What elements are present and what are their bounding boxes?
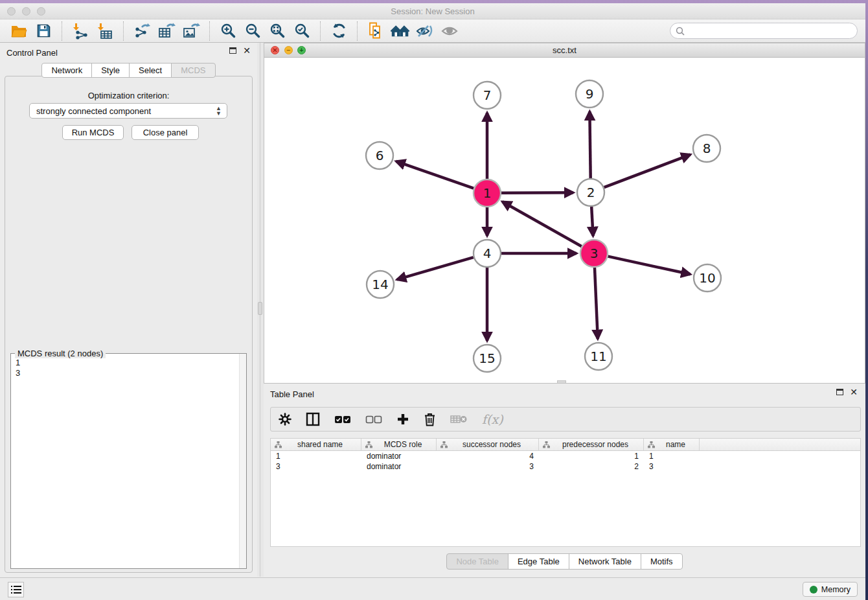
result-line: 1 <box>16 358 20 368</box>
show-all-networks-icon[interactable] <box>391 21 410 41</box>
column-header-predecessor-nodes[interactable]: predecessor nodes <box>539 439 644 450</box>
column-header-successor-nodes[interactable]: successor nodes <box>437 439 539 450</box>
node-label-4: 4 <box>483 246 492 261</box>
deselect-all-columns-icon[interactable] <box>365 415 382 424</box>
float-table-panel-icon[interactable] <box>836 389 843 395</box>
edge-3-11[interactable] <box>595 268 598 339</box>
panel-splitter[interactable] <box>257 43 264 577</box>
import-table-icon[interactable] <box>95 21 115 41</box>
edge-2-3[interactable] <box>591 207 593 236</box>
export-network-icon[interactable] <box>132 21 152 41</box>
table-row[interactable]: 1dominator411 <box>271 451 860 461</box>
node-label-8: 8 <box>703 141 711 156</box>
window-title: Session: New Session <box>0 6 865 16</box>
tab-motifs[interactable]: Motifs <box>641 553 683 570</box>
table-cell: 1 <box>271 451 361 461</box>
node-label-2: 2 <box>587 185 595 200</box>
edge-3-10[interactable] <box>608 257 690 275</box>
node-label-7: 7 <box>483 87 492 103</box>
desktop-background-strip-right <box>865 0 868 600</box>
mcds-result-list: 13 <box>16 358 20 378</box>
toolbar-separator <box>209 21 210 41</box>
table-toolbar: f(x) <box>270 407 861 432</box>
edge-2-8[interactable] <box>604 155 691 188</box>
status-bar: Memory <box>0 577 865 600</box>
clone-network-icon[interactable] <box>366 21 385 41</box>
search-input[interactable] <box>670 23 858 39</box>
zoom-selected-icon[interactable] <box>292 21 312 41</box>
table-cell: 1 <box>644 451 700 461</box>
tab-network[interactable]: Network <box>41 63 92 78</box>
zoom-in-icon[interactable] <box>218 21 238 41</box>
refresh-icon[interactable] <box>329 21 348 41</box>
table-cell: 3 <box>271 461 361 472</box>
save-session-icon[interactable] <box>34 21 53 41</box>
edge-1-2[interactable] <box>501 192 573 193</box>
node-label-9: 9 <box>586 86 594 102</box>
float-panel-icon[interactable] <box>229 47 236 54</box>
mcds-result-title: MCDS result (2 nodes) <box>15 349 106 358</box>
control-panel: Control Panel ✕ Network Style Select MCD… <box>0 43 257 577</box>
zoom-out-icon[interactable] <box>243 21 262 41</box>
export-image-icon[interactable] <box>181 21 201 41</box>
table-row[interactable]: 3dominator323 <box>271 461 860 472</box>
toolbar-separator <box>123 21 124 41</box>
run-mcds-button[interactable]: Run MCDS <box>62 125 124 140</box>
memory-button[interactable]: Memory <box>803 582 858 597</box>
network-resize-grip[interactable] <box>557 380 566 383</box>
result-line: 3 <box>16 368 20 378</box>
select-all-columns-icon[interactable] <box>334 415 351 424</box>
result-scrollbar[interactable] <box>239 354 246 568</box>
column-header-name[interactable]: name <box>644 439 700 450</box>
network-window-title: scc.txt <box>264 45 865 55</box>
edge-2-9[interactable] <box>589 111 590 178</box>
network-canvas[interactable]: 7968124314101511 <box>264 58 865 383</box>
splitter-grip[interactable] <box>258 302 262 315</box>
delete-columns-icon[interactable] <box>424 413 436 426</box>
tab-select[interactable]: Select <box>129 63 172 78</box>
node-table-header: shared nameMCDS rolesuccessor nodesprede… <box>271 439 860 451</box>
select-stepper-icon: ▲▼ <box>216 106 222 116</box>
node-label-6: 6 <box>376 148 384 163</box>
edge-3-1[interactable] <box>503 202 582 246</box>
table-cell: 3 <box>644 461 700 472</box>
control-panel-title: Control Panel <box>6 48 58 58</box>
node-label-15: 15 <box>479 351 495 366</box>
network-graph[interactable]: 7968124314101511 <box>264 58 865 384</box>
table-settings-icon[interactable] <box>279 413 291 426</box>
column-header-MCDS-role[interactable]: MCDS role <box>361 439 437 450</box>
task-history-button[interactable] <box>8 582 24 597</box>
export-table-icon[interactable] <box>157 21 176 41</box>
toolbar-separator <box>357 21 358 41</box>
node-table[interactable]: shared nameMCDS rolesuccessor nodesprede… <box>270 438 861 547</box>
column-header-shared-name[interactable]: shared name <box>271 439 361 450</box>
show-panel-icon[interactable] <box>440 21 459 41</box>
main-toolbar <box>0 19 865 43</box>
node-label-1: 1 <box>483 185 492 201</box>
tab-edge-table[interactable]: Edge Table <box>508 553 569 570</box>
delete-table-icon <box>450 414 468 424</box>
criterion-select[interactable]: strongly connected component ▲▼ <box>29 103 227 119</box>
table-cell: 3 <box>437 461 539 472</box>
close-panel-button[interactable]: Close panel <box>131 125 199 140</box>
tab-mcds[interactable]: MCDS <box>171 63 215 78</box>
memory-label: Memory <box>821 585 851 594</box>
tab-node-table[interactable]: Node Table <box>446 553 508 570</box>
control-panel-tabs: Network Style Select MCDS <box>0 63 257 78</box>
close-panel-icon[interactable]: ✕ <box>243 47 251 54</box>
network-view-window: ✕ − + scc.txt 7968124314101511 <box>264 43 865 384</box>
function-builder-icon: f(x) <box>482 412 503 426</box>
edge-4-14[interactable] <box>397 257 474 279</box>
import-network-icon[interactable] <box>71 21 90 41</box>
tab-style[interactable]: Style <box>91 63 130 78</box>
hide-panels-icon[interactable] <box>415 21 435 41</box>
toolbar-separator <box>62 21 62 41</box>
table-tabs: Node Table Edge Table Network Table Moti… <box>264 553 865 570</box>
close-table-panel-icon[interactable]: ✕ <box>850 389 858 395</box>
fit-content-icon[interactable] <box>268 21 287 41</box>
column-visibility-icon[interactable] <box>306 412 320 426</box>
edge-1-6[interactable] <box>396 161 474 189</box>
open-file-icon[interactable] <box>9 21 29 41</box>
tab-network-table[interactable]: Network Table <box>569 553 641 570</box>
add-column-icon[interactable] <box>396 413 409 426</box>
